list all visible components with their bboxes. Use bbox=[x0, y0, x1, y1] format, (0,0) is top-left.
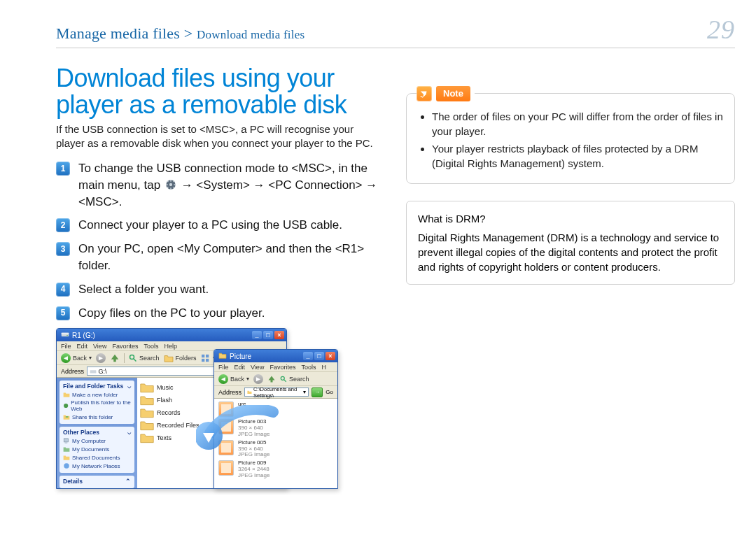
step-badge: 1 bbox=[56, 162, 70, 176]
menu-item[interactable]: Tools bbox=[144, 343, 158, 350]
side-item[interactable]: Share this folder bbox=[63, 413, 131, 420]
folder-item[interactable]: Music bbox=[140, 382, 211, 393]
address-field[interactable]: C:\Documents and Settings\▾ bbox=[244, 388, 309, 397]
drm-heading: What is DRM? bbox=[418, 211, 723, 226]
drm-body: Digital Rights Management (DRM) is a tec… bbox=[418, 230, 723, 274]
folder-item[interactable]: Flash bbox=[140, 395, 211, 406]
side-item[interactable]: My Computer bbox=[63, 437, 131, 444]
back-button[interactable]: ◄Back▾ bbox=[61, 353, 92, 363]
svg-point-12 bbox=[66, 335, 68, 336]
folder-item[interactable]: Recorded Files bbox=[140, 420, 211, 431]
step-1: 1 To change the USB connection mode to <… bbox=[56, 160, 378, 210]
step-text: Select a folder you want. bbox=[78, 281, 209, 298]
svg-rect-16 bbox=[206, 355, 209, 357]
side-item[interactable]: Publish this folder to the Web bbox=[63, 399, 131, 412]
image-icon bbox=[218, 419, 234, 434]
intro-text: If the USB connection is set to <MSC>, a… bbox=[56, 122, 378, 151]
list-item[interactable]: ure bbox=[218, 401, 333, 417]
search-button[interactable]: Search bbox=[129, 354, 160, 362]
note-item: The order of files on your PC will diffe… bbox=[432, 109, 723, 138]
forward-button[interactable]: ► bbox=[96, 353, 106, 363]
menu-item[interactable]: View bbox=[251, 364, 264, 371]
search-button[interactable]: Search bbox=[280, 376, 309, 383]
svg-line-25 bbox=[284, 380, 286, 382]
drive-icon bbox=[61, 330, 69, 340]
address-label: Address bbox=[218, 389, 241, 396]
maximize-icon[interactable]: □ bbox=[314, 352, 324, 360]
image-icon bbox=[218, 460, 234, 476]
folders-button[interactable]: Folders bbox=[164, 354, 197, 362]
address-label: Address bbox=[61, 368, 84, 375]
maximize-icon[interactable]: □ bbox=[263, 331, 273, 339]
step-badge: 3 bbox=[56, 242, 70, 256]
side-item[interactable]: Make a new folder bbox=[63, 391, 131, 398]
page-title: Download files using your player as a re… bbox=[56, 65, 378, 118]
menu-item[interactable]: View bbox=[93, 343, 106, 350]
up-button[interactable] bbox=[267, 375, 276, 383]
expand-icon[interactable]: ⌃ bbox=[125, 478, 131, 485]
menu-item[interactable]: Favorites bbox=[270, 364, 295, 371]
crumb-sep: > bbox=[180, 24, 197, 42]
svg-point-1 bbox=[169, 183, 172, 186]
svg-point-23 bbox=[64, 464, 69, 469]
drm-box: What is DRM? Digital Rights Management (… bbox=[406, 201, 735, 285]
step-text: On your PC, open <My Computer> and then … bbox=[78, 241, 378, 274]
breadcrumb: Manage media files > Download media file… bbox=[56, 24, 304, 43]
list-item[interactable]: Picture 0093264 × 2448JPEG Image bbox=[218, 460, 333, 478]
side-group-details: Details⌃ bbox=[59, 476, 134, 488]
menu-item[interactable]: Tools bbox=[301, 364, 316, 371]
folder-item[interactable]: Texts bbox=[140, 432, 211, 443]
list-item[interactable]: Picture 005390 × 640JPEG Image bbox=[218, 440, 333, 458]
svg-rect-22 bbox=[65, 443, 68, 443]
svg-rect-21 bbox=[64, 439, 68, 442]
menu-item[interactable]: File bbox=[218, 364, 229, 371]
note-label: Note bbox=[436, 86, 470, 101]
step-text: Connect your player to a PC using the US… bbox=[78, 217, 342, 234]
explorer-illustration: R1 (G:) _ □ × File Edit View Favorites bbox=[56, 328, 350, 492]
minimize-icon[interactable]: _ bbox=[303, 352, 313, 360]
collapse-icon[interactable]: ⌵ bbox=[127, 429, 131, 436]
side-item[interactable]: My Documents bbox=[63, 446, 131, 453]
back-button[interactable]: ◄Back▾ bbox=[218, 374, 249, 384]
forward-button[interactable]: ► bbox=[253, 374, 263, 384]
window-title: R1 (G:) bbox=[72, 332, 95, 339]
go-button[interactable]: → bbox=[312, 388, 323, 397]
header: Manage media files > Download media file… bbox=[56, 14, 735, 48]
crumb-sub: Download media files bbox=[197, 28, 304, 41]
svg-point-24 bbox=[281, 376, 284, 380]
step-3: 3On your PC, open <My Computer> and then… bbox=[56, 241, 378, 274]
svg-point-13 bbox=[130, 355, 134, 359]
step-2: 2Connect your player to a PC using the U… bbox=[56, 217, 378, 234]
note-icon bbox=[416, 86, 432, 101]
side-group-places: Other Places⌵ My Computer My Documents S… bbox=[59, 427, 134, 473]
svg-rect-4 bbox=[166, 184, 168, 185]
minimize-icon[interactable]: _ bbox=[252, 331, 262, 339]
menu-item[interactable]: Favorites bbox=[112, 343, 138, 350]
menu-item[interactable]: H bbox=[321, 364, 326, 371]
folder-item[interactable]: Records bbox=[140, 407, 211, 418]
side-item[interactable]: My Network Places bbox=[63, 462, 131, 469]
note-item: Your player restricts playback of files … bbox=[432, 141, 723, 171]
menu-item[interactable]: Help bbox=[164, 343, 177, 350]
crumb-main: Manage media files bbox=[56, 24, 180, 42]
toolbar: ◄Back▾ ► Search bbox=[214, 372, 337, 386]
side-item[interactable]: Shared Documents bbox=[63, 454, 131, 461]
collapse-icon[interactable]: ⌵ bbox=[127, 383, 131, 390]
svg-rect-17 bbox=[202, 359, 204, 362]
menubar[interactable]: File Edit View Favorites Tools H bbox=[214, 362, 337, 372]
address-bar: Address C:\Documents and Settings\▾ → Go bbox=[214, 386, 337, 399]
svg-rect-15 bbox=[202, 355, 204, 357]
page-number: 29 bbox=[707, 14, 735, 45]
close-icon[interactable]: × bbox=[274, 331, 284, 339]
menu-item[interactable]: Edit bbox=[234, 364, 246, 371]
list-item[interactable]: Picture 003390 × 640JPEG Image bbox=[218, 419, 333, 437]
menu-item[interactable]: Edit bbox=[77, 343, 88, 350]
image-icon bbox=[218, 401, 234, 417]
menu-item[interactable]: File bbox=[61, 343, 71, 350]
svg-rect-5 bbox=[174, 184, 176, 185]
note-box: Note The order of files on your PC will … bbox=[406, 93, 735, 184]
up-button[interactable] bbox=[110, 353, 120, 363]
close-icon[interactable]: × bbox=[326, 352, 335, 360]
window-title: Picture bbox=[230, 353, 251, 360]
step-badge: 5 bbox=[56, 306, 70, 320]
